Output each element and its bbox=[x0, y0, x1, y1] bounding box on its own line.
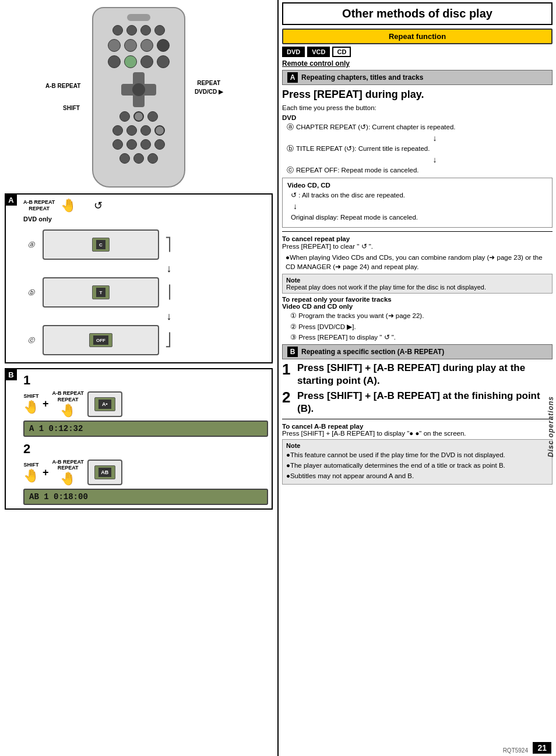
step1-num: 1 bbox=[282, 362, 294, 377]
rbtn bbox=[140, 125, 151, 136]
note-b-3: ●Subtitles may not appear around A and B… bbox=[286, 471, 545, 481]
divider-2 bbox=[282, 419, 553, 419]
remote-container: A-B REPEAT SHIFT REPEAT DVD/CD ▶ bbox=[5, 7, 273, 188]
ab-repeat-label: A-B REPEAT bbox=[45, 83, 80, 89]
note-body-a: Repeat play does not work if the play ti… bbox=[286, 284, 548, 291]
cancel-ab-note: To cancel A-B repeat play Press [SHIFT] … bbox=[282, 423, 553, 437]
sub-section-b-bar: B Repeating a specific section (A-B REPE… bbox=[282, 344, 553, 359]
section-a-content: A-B REPEATREPEAT 🤚 ↺ DVD only ⓐ C ⎤ ↓ ⓑ bbox=[23, 198, 268, 359]
rbtn bbox=[124, 39, 137, 52]
icon-a-dot: A• bbox=[98, 400, 111, 409]
divider-1 bbox=[282, 231, 553, 232]
sub-section-a-bar: A Repeating chapters, titles and tracks bbox=[282, 70, 553, 85]
step2-instruction: 2 Press [SHIFT] + [A-B REPEAT] at the fi… bbox=[282, 390, 553, 415]
display-c: OFF bbox=[43, 325, 159, 355]
note-title-a: Note bbox=[286, 277, 548, 284]
ab-btn-label-2: A-B REPEATREPEAT bbox=[52, 459, 84, 472]
remote-control bbox=[92, 7, 185, 188]
note-b-1: ●This feature cannot be used if the play… bbox=[286, 450, 545, 460]
cancel-ab-title: To cancel A-B repeat play bbox=[282, 423, 553, 430]
rbtn bbox=[112, 139, 123, 150]
plus-2: + bbox=[43, 467, 49, 479]
arrow-down-1: ↓ bbox=[70, 263, 268, 274]
arrow-down-2: ↓ bbox=[70, 311, 268, 322]
page-title: Other methods of disc play bbox=[342, 7, 492, 20]
rbtn bbox=[154, 25, 165, 36]
step1-instruction: 1 Press [SHIFT] + [A-B REPEAT] during pl… bbox=[282, 362, 553, 387]
cancel-body: Press [REPEAT] to clear " ↺ ". bbox=[282, 242, 553, 250]
video-cd-bracket: Video CD, CD ↺ : All tracks on the disc … bbox=[282, 178, 553, 228]
rbtn bbox=[112, 25, 123, 36]
hand-icon-a: 🤚 bbox=[61, 198, 76, 213]
circle-a: ⓐ bbox=[28, 241, 34, 249]
fav-3: ③ Press [REPEAT] to display " ↺ ". bbox=[290, 333, 549, 342]
fav-2: ② Press [DVD/CD ▶]. bbox=[290, 322, 549, 331]
lcd-display-2: AB 1 0:18:00 bbox=[23, 489, 268, 505]
model-number: RQT5924 bbox=[503, 747, 528, 754]
bracket-right: ⎤ bbox=[165, 237, 171, 252]
each-time-note: Each time you press the button: bbox=[282, 103, 553, 112]
circle-c-label: ⓒ bbox=[287, 165, 294, 175]
screen-b: T bbox=[92, 285, 110, 299]
rbtn bbox=[126, 25, 137, 36]
section-a-container: A A-B REPEATREPEAT 🤚 ↺ DVD only ⓐ C ⎤ bbox=[5, 193, 273, 363]
circle-a-label: ⓐ bbox=[287, 122, 294, 132]
remote-ir bbox=[127, 14, 150, 21]
rbtn bbox=[124, 55, 137, 68]
rbtn bbox=[154, 139, 165, 150]
rbtn bbox=[157, 39, 170, 52]
rbtn bbox=[108, 39, 121, 52]
repeat-label: REPEAT bbox=[197, 80, 220, 86]
circle-b-label: ⓑ bbox=[287, 144, 294, 154]
fav-1: ① Program the tracks you want (➜ page 22… bbox=[290, 311, 549, 320]
cancel-repeat-note: To cancel repeat play Press [REPEAT] to … bbox=[282, 235, 553, 250]
rbtn bbox=[140, 39, 153, 52]
circle-b: ⓑ bbox=[28, 288, 34, 297]
press-instruction-a: Press [REPEAT] during play. bbox=[282, 89, 553, 101]
bullet1: ●When playing Video CDs and CDs, you can… bbox=[286, 253, 553, 271]
cd-badge: CD bbox=[332, 47, 351, 57]
rbtn bbox=[119, 111, 130, 122]
step1-text: Press [SHIFT] + [A-B REPEAT] during play… bbox=[297, 362, 553, 387]
section-b-container: B 1 SHIFT 🤚 + A-B REPEATREPEAT 🤚 bbox=[5, 368, 273, 510]
shift-label-remote: SHIFT bbox=[63, 105, 80, 111]
lcd-text-1: A 1 0:12:32 bbox=[29, 424, 83, 433]
icon-ab: AB bbox=[98, 468, 111, 477]
shift-btn-label-1: SHIFT bbox=[23, 393, 39, 400]
section-a-letter: A bbox=[5, 194, 17, 206]
display-step1: A• bbox=[87, 391, 122, 417]
rbtn bbox=[157, 55, 170, 68]
vcd-badge: VCD bbox=[307, 47, 330, 57]
step1-number: 1 bbox=[23, 373, 268, 388]
rbtn-highlight bbox=[133, 111, 144, 122]
sub-section-a-label: Repeating chapters, titles and tracks bbox=[301, 73, 423, 82]
rbtn bbox=[147, 153, 158, 164]
rbtn bbox=[140, 25, 151, 36]
repeat-off-text: REPEAT OFF: Repeat mode is canceled. bbox=[296, 165, 419, 175]
down-arrow-b: ↓ bbox=[317, 155, 553, 164]
fav-title: To repeat only your favorite tracks bbox=[282, 296, 553, 303]
hand-shift-1: 🤚 bbox=[23, 400, 39, 415]
repeat-symbol-a: ↺ bbox=[94, 199, 103, 212]
bracket-right-3: ⎦ bbox=[165, 333, 171, 348]
circle-c: ⓒ bbox=[28, 336, 34, 345]
dvd-badge: DVD bbox=[282, 47, 305, 57]
rbtn bbox=[126, 125, 137, 136]
disc-badges: DVD VCD CD bbox=[282, 47, 553, 57]
page-title-bar: Other methods of disc play bbox=[282, 2, 553, 25]
display-a: C bbox=[43, 229, 159, 260]
video-cd-label: Video CD, CD bbox=[287, 182, 547, 189]
display-step2: AB bbox=[87, 460, 122, 485]
hand-ab-1: 🤚 bbox=[52, 403, 84, 418]
rbtn bbox=[133, 153, 144, 164]
step2-text: Press [SHIFT] + [A-B REPEAT] at the fini… bbox=[297, 390, 553, 415]
plus-1: + bbox=[43, 398, 49, 410]
rbtn bbox=[108, 55, 121, 68]
note-b-2: ●The player automatically determines the… bbox=[286, 461, 545, 470]
shift-btn-label-2: SHIFT bbox=[23, 462, 39, 468]
hand-ab-2: 🤚 bbox=[52, 471, 84, 486]
rbtn bbox=[147, 111, 158, 122]
dvdcd-label: DVD/CD ▶ bbox=[195, 89, 223, 95]
icon-off: OFF bbox=[93, 335, 108, 345]
cancel-ab-body: Press [SHIFT] + [A-B REPEAT] to display … bbox=[282, 430, 553, 437]
